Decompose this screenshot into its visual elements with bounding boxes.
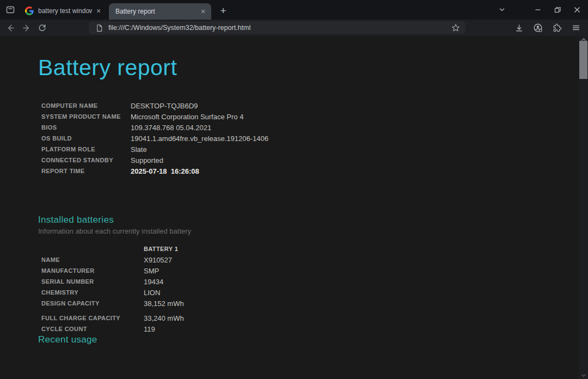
row-label: REPORT TIME xyxy=(41,168,131,174)
row-value: 19434 xyxy=(144,278,163,286)
row-label: DESIGN CAPACITY xyxy=(41,300,144,307)
row-value: Microsoft Corporation Surface Pro 4 xyxy=(131,113,243,121)
row-value: 19041.1.amd64fre.vb_release.191206-1406 xyxy=(131,135,268,143)
row-label: COMPUTER NAME xyxy=(41,102,131,109)
google-favicon-icon xyxy=(25,7,34,15)
page-content: Battery report COMPUTER NAME DESKTOP-TQJ… xyxy=(0,36,588,379)
tab-search-icon[interactable] xyxy=(4,3,17,16)
vertical-scrollbar[interactable] xyxy=(579,36,588,379)
table-row: COMPUTER NAME DESKTOP-TQJB6D9 xyxy=(38,100,561,111)
bookmark-star-icon[interactable] xyxy=(451,23,460,32)
column-header: BATTERY 1 xyxy=(144,246,178,252)
browser-window: battery test windows 10 - Goog × Battery… xyxy=(0,0,588,379)
row-label: PLATFORM ROLE xyxy=(41,146,131,152)
table-row: CYCLE COUNT 119 xyxy=(38,323,561,334)
navigation-toolbar: file:///C:/Windows/System32/battery-repo… xyxy=(0,20,588,36)
recent-usage-heading: Recent usage xyxy=(38,334,561,345)
tab-google-search[interactable]: battery test windows 10 - Goog × xyxy=(20,3,107,19)
row-label: SYSTEM PRODUCT NAME xyxy=(41,113,131,120)
profile-icon[interactable] xyxy=(531,21,545,35)
scroll-down-icon[interactable] xyxy=(579,372,588,378)
table-row: CHEMISTRY LION xyxy=(38,287,561,298)
table-row: NAME X910527 xyxy=(38,254,561,265)
table-row: DESIGN CAPACITY 38,152 mWh xyxy=(38,298,561,309)
row-label: NAME xyxy=(41,256,144,263)
table-row: CONNECTED STANDBY Supported xyxy=(38,155,561,166)
new-tab-button[interactable]: + xyxy=(217,4,230,17)
section-heading: Installed batteries xyxy=(38,215,561,225)
minimize-button[interactable] xyxy=(528,0,548,20)
table-header-row: BATTERY 1 xyxy=(38,243,561,254)
system-info-table: COMPUTER NAME DESKTOP-TQJB6D9 SYSTEM PRO… xyxy=(38,100,561,176)
installed-batteries-section: Installed batteries Information about ea… xyxy=(38,215,561,334)
window-close-button[interactable] xyxy=(567,0,587,20)
address-bar[interactable]: file:///C:/Windows/System32/battery-repo… xyxy=(89,21,465,34)
table-row: PLATFORM ROLE Slate xyxy=(38,144,561,155)
battery-report: Battery report COMPUTER NAME DESKTOP-TQJ… xyxy=(38,36,561,345)
table-row: BIOS 109.3748.768 05.04.2021 xyxy=(38,122,561,133)
table-row: REPORT TIME 2025-07-18 16:26:08 xyxy=(38,166,561,176)
reload-icon[interactable] xyxy=(35,21,49,35)
url-text: file:///C:/Windows/System32/battery-repo… xyxy=(108,24,446,32)
row-value: X910527 xyxy=(144,256,172,264)
row-value: 33,240 mWh xyxy=(144,314,184,322)
tab-battery-report[interactable]: Battery report × xyxy=(109,3,211,20)
row-label: OS BUILD xyxy=(41,135,131,142)
row-label: CONNECTED STANDBY xyxy=(41,157,131,163)
row-label: MANUFACTURER xyxy=(41,267,144,274)
table-row: OS BUILD 19041.1.amd64fre.vb_release.191… xyxy=(38,133,561,144)
forward-icon[interactable] xyxy=(19,21,33,35)
scrollbar-thumb[interactable] xyxy=(579,41,587,79)
page-file-icon xyxy=(95,24,103,32)
row-label: CHEMISTRY xyxy=(41,289,144,296)
toolbar-actions xyxy=(512,21,588,35)
maximize-button[interactable] xyxy=(548,0,567,20)
row-value: LION xyxy=(144,289,160,297)
page-title: Battery report xyxy=(38,54,561,81)
row-label: FULL CHARGE CAPACITY xyxy=(41,315,144,321)
row-value: 109.3748.768 05.04.2021 xyxy=(131,124,211,132)
tab-close-icon[interactable]: × xyxy=(199,7,207,16)
battery-table: BATTERY 1 NAME X910527 MANUFACTURER SMP … xyxy=(38,243,561,334)
titlebar: battery test windows 10 - Goog × Battery… xyxy=(0,0,588,20)
table-row: FULL CHARGE CAPACITY 33,240 mWh xyxy=(38,313,561,323)
section-subtitle: Information about each currently install… xyxy=(38,227,561,235)
tab-title: Battery report xyxy=(115,8,197,15)
row-label: CYCLE COUNT xyxy=(41,326,144,332)
row-value: 119 xyxy=(144,325,155,333)
downloads-icon[interactable] xyxy=(512,21,526,35)
row-label: BIOS xyxy=(41,124,131,131)
row-value: SMP xyxy=(144,267,159,275)
row-value: Supported xyxy=(131,156,163,164)
row-value: 2025-07-18 16:26:08 xyxy=(131,167,199,175)
tab-title: battery test windows 10 - Goog xyxy=(38,7,92,15)
row-value: Slate xyxy=(131,145,147,154)
row-value: DESKTOP-TQJB6D9 xyxy=(131,102,198,110)
back-icon[interactable] xyxy=(3,21,17,35)
tab-list-chevron-icon[interactable] xyxy=(494,3,510,17)
menu-icon[interactable] xyxy=(569,21,583,35)
table-row: MANUFACTURER SMP xyxy=(38,265,561,276)
table-row: SYSTEM PRODUCT NAME Microsoft Corporatio… xyxy=(38,111,561,122)
tab-close-icon[interactable]: × xyxy=(94,7,103,15)
row-label: SERIAL NUMBER xyxy=(41,278,144,285)
row-value: 38,152 mWh xyxy=(144,299,184,308)
extensions-icon[interactable] xyxy=(550,21,564,35)
table-row: SERIAL NUMBER 19434 xyxy=(38,276,561,287)
